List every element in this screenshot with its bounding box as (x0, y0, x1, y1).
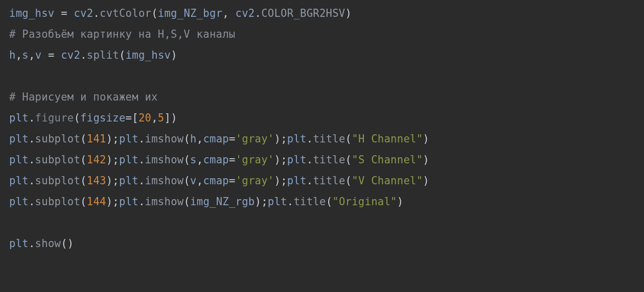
code-token: ) (423, 175, 429, 187)
code-token: img_hsv (9, 7, 55, 19)
code-token: subplot (35, 133, 81, 145)
code-token: 143 (87, 175, 106, 187)
code-token: . (29, 133, 35, 145)
code-token: = (55, 7, 74, 19)
code-token: plt (9, 112, 29, 124)
code-token: = (229, 133, 236, 145)
code-token: show (35, 237, 61, 250)
code-token: ( (183, 133, 190, 145)
code-token: figsize (80, 112, 126, 124)
code-token: img_NZ_rgb (190, 196, 255, 208)
code-token: COLOR_BGR2HSV (261, 7, 345, 19)
code-line[interactable]: plt.subplot(141);plt.imshow(h,cmap='gray… (9, 133, 429, 145)
code-token: . (29, 196, 35, 208)
code-token: 'gray' (236, 154, 274, 166)
code-token: = (41, 49, 61, 61)
code-token: plt (9, 154, 29, 166)
code-token: imshow (145, 175, 184, 187)
code-token: cv2 (236, 7, 255, 19)
code-token: title (313, 175, 345, 187)
code-line[interactable]: plt.figure(figsize=[20,5]) (9, 112, 177, 124)
code-line[interactable]: plt.subplot(142);plt.imshow(s,cmap='gray… (9, 154, 429, 166)
code-token: ( (80, 154, 87, 166)
code-token: . (139, 133, 145, 145)
code-token: , (197, 154, 203, 166)
code-token: . (139, 175, 145, 187)
code-line[interactable]: img_hsv = cv2.cvtColor(img_NZ_bgr, cv2.C… (9, 7, 352, 19)
code-token: cv2 (74, 7, 93, 19)
code-token: . (139, 154, 145, 166)
code-token: plt (9, 237, 29, 250)
code-token: . (29, 237, 35, 250)
code-token: , (29, 49, 35, 61)
code-token: ( (80, 133, 87, 145)
code-token: ( (346, 175, 352, 187)
code-token: = (229, 175, 236, 187)
code-token: s (22, 49, 29, 61)
code-token: =[ (126, 112, 139, 124)
code-token: () (61, 237, 74, 250)
code-token: plt (287, 175, 307, 187)
code-token: img_NZ_bgr (158, 7, 222, 19)
code-token: ( (74, 112, 80, 124)
code-token: cmap (203, 175, 229, 187)
code-token: cv2 (61, 49, 80, 61)
code-token: 141 (87, 133, 106, 145)
code-token: ); (274, 175, 287, 187)
code-token: . (93, 7, 100, 19)
code-token: cmap (203, 154, 229, 166)
code-line[interactable]: # Разобъём картинку на H,S,V каналы (9, 28, 235, 40)
code-token: ); (106, 154, 119, 166)
code-token: , (197, 133, 203, 145)
code-line[interactable]: plt.subplot(144);plt.imshow(img_NZ_rgb);… (9, 196, 403, 208)
code-token: imshow (145, 154, 184, 166)
code-token: imshow (145, 196, 184, 208)
code-token: 144 (87, 196, 106, 208)
code-token: plt (268, 196, 287, 208)
code-token: title (313, 154, 345, 166)
code-token: plt (9, 175, 29, 187)
code-line[interactable]: plt.show() (9, 237, 74, 250)
code-line[interactable]: plt.subplot(143);plt.imshow(v,cmap='gray… (9, 175, 429, 187)
code-token: , (151, 112, 158, 124)
code-token: plt (119, 133, 139, 145)
code-token: v (35, 49, 42, 61)
code-line[interactable]: # Нарисуем и покажем их (9, 91, 158, 103)
code-token: . (255, 7, 261, 19)
code-token: ]) (165, 112, 177, 124)
code-line[interactable]: h,s,v = cv2.split(img_hsv) (9, 49, 177, 61)
code-token: ) (171, 49, 177, 61)
code-token: h (9, 49, 16, 61)
code-token: v (190, 175, 197, 187)
code-token: . (307, 175, 313, 187)
code-token: plt (9, 133, 29, 145)
code-token: ( (151, 7, 158, 19)
code-token: , (222, 7, 235, 19)
code-token: 20 (139, 112, 151, 124)
code-token: imshow (145, 133, 184, 145)
code-token: . (307, 133, 313, 145)
code-token: s (190, 154, 197, 166)
code-token: ); (106, 133, 119, 145)
code-editor[interactable]: img_hsv = cv2.cvtColor(img_NZ_bgr, cv2.C… (0, 0, 644, 254)
code-token: , (16, 49, 22, 61)
code-token: ( (183, 196, 190, 208)
code-token: ( (183, 154, 190, 166)
code-token: 'gray' (236, 133, 274, 145)
code-token: plt (287, 133, 307, 145)
code-token: , (197, 175, 203, 187)
code-token: ( (326, 196, 333, 208)
code-token: ( (346, 154, 352, 166)
code-token: "H Channel" (352, 133, 423, 145)
code-token: = (229, 154, 236, 166)
code-token: 5 (158, 112, 165, 124)
code-token: . (139, 196, 145, 208)
code-token: cvtColor (100, 7, 151, 19)
code-token: ) (423, 133, 429, 145)
code-token: ( (80, 196, 87, 208)
code-token: "Original" (332, 196, 397, 208)
code-token: . (29, 175, 35, 187)
code-token: ( (119, 49, 126, 61)
code-token: plt (119, 196, 139, 208)
code-token: # Нарисуем и покажем их (9, 91, 158, 103)
